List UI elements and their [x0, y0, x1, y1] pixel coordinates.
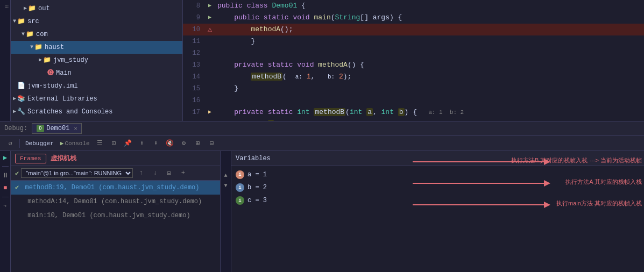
frame-item-0[interactable]: ✔ methodB:19, Demo01 (com.haust.jvm_stud… — [11, 181, 220, 195]
settings-btn[interactable]: ⚙ — [178, 138, 190, 149]
console-icon: ▶ — [60, 140, 64, 147]
chevron-down-icon-haust: ▼ — [30, 42, 33, 53]
tree-item-jvm-study[interactable]: ▶ 📁 jvm_study — [11, 54, 182, 67]
var-item-1: i b = 2 — [231, 181, 644, 194]
chevron-icon-ext: ▶ — [13, 94, 16, 104]
thread-select[interactable]: "main"@1 in gro..."main": RUNNING — [21, 168, 133, 178]
tree-item-out[interactable]: ▶ 📁 out — [11, 2, 182, 15]
debug-content: ▶ ⏸ ■ ↷ Frames 虚拟机栈 ✔ "main"@1 in gro...… — [0, 151, 644, 272]
restore-btn[interactable]: ⊡ — [108, 138, 120, 149]
debug-label: Debug: — [4, 125, 27, 132]
code-line-13: 13 private static void methodA() { — [183, 59, 644, 71]
active-frame-icon: ✔ — [15, 184, 19, 191]
java-class-icon: 🅒 — [47, 68, 54, 78]
thread-down-btn[interactable]: ↓ — [149, 167, 161, 179]
step-over-button[interactable]: ↷ — [1, 202, 10, 210]
variables-panel: Variables i a = 1 i b = 2 i c = 3 — [231, 151, 644, 272]
tree-item-scratches[interactable]: ▶ 🔧 Scratches and Consoles — [11, 105, 182, 118]
code-line-16: 16 — [183, 95, 644, 106]
grid-btn[interactable]: ⊞ — [192, 138, 204, 149]
thread-add-btn[interactable]: + — [177, 167, 189, 179]
code-line-8: 8 ▶ public class Demo01 { — [183, 0, 644, 12]
pause-button[interactable]: ⏸ — [1, 171, 10, 180]
layout-btn[interactable]: ☰ — [94, 138, 106, 149]
code-line-15: 15 } — [183, 83, 644, 95]
chevron-down-icon-com: ▼ — [22, 29, 25, 40]
iml-icon: 📄 — [17, 81, 25, 91]
code-editor: 8 ▶ public class Demo01 { 9 ▶ public sta… — [183, 0, 644, 121]
left-icon-bar: ⠿ — [0, 0, 11, 121]
error-dot-10: ⚠ — [208, 24, 212, 35]
code-line-9: 9 ▶ public static void main(String[] arg… — [183, 12, 644, 24]
run-arrow-8: ▶ — [208, 0, 211, 12]
console-tab-btn[interactable]: ▶ Console — [58, 138, 92, 149]
debug-toolbar: ↺ Debugger ▶ Console ☰ ⊡ 📌 ⬆ ⬇ 🔇 ⚙ ⊞ ⊟ — [0, 136, 644, 151]
collapse-btn[interactable]: ⊟ — [206, 138, 218, 149]
tree-item-ext-libs[interactable]: ▶ 📚 External Libraries — [11, 92, 182, 105]
folder-icon-jvm: 📁 — [43, 55, 51, 66]
run-arrow-9: ▶ — [208, 12, 211, 24]
folder-icon-haust: 📁 — [34, 42, 43, 53]
chevron-icon-jvm: ▶ — [39, 55, 42, 66]
var-icon-c: i — [236, 196, 244, 205]
scroll-up-btn[interactable]: ▲ — [224, 173, 227, 178]
tree-item-main[interactable]: 🅒 Main — [11, 67, 182, 80]
chevron-down-icon: ▼ — [13, 16, 16, 27]
tree-item-iml[interactable]: 📄 jvm-study.iml — [11, 80, 182, 92]
step-over-up[interactable]: ⬆ — [136, 138, 148, 149]
code-line-17: 17 ▶ private static int methodB(int a, i… — [183, 106, 644, 118]
code-content: 8 ▶ public class Demo01 { 9 ▶ public sta… — [183, 0, 644, 121]
var-icon-a: i — [236, 170, 244, 179]
frames-button[interactable]: Frames — [15, 154, 46, 163]
var-icon-b: i — [236, 183, 244, 192]
pin-btn[interactable]: 📌 — [122, 138, 134, 149]
chevron-icon: ▶ — [24, 3, 27, 14]
scroll-down-btn[interactable]: ▼ — [224, 183, 227, 189]
debug-side-icons: ▶ ⏸ ■ ↷ — [0, 151, 11, 272]
thread-up-btn[interactable]: ↑ — [135, 167, 147, 179]
checkmark-icon: ✔ — [15, 169, 19, 177]
thread-selector: ✔ "main"@1 in gro..."main": RUNNING ↑ ↓ … — [11, 166, 220, 181]
code-line-12: 12 — [183, 47, 644, 59]
structure-icon[interactable]: ⠿ — [1, 2, 10, 11]
folder-icon-src: 📁 — [17, 16, 25, 27]
chevron-icon-scratch: ▶ — [13, 106, 16, 117]
close-icon[interactable]: ✕ — [74, 125, 77, 132]
debug-tab-demo01[interactable]: D Demo01 ✕ — [32, 123, 82, 134]
mute-btn[interactable]: 🔇 — [164, 138, 176, 149]
debugger-tab[interactable]: Debugger — [23, 138, 56, 149]
frame-item-1[interactable]: methodA:14, Demo01 (com.haust.jvm_study.… — [11, 195, 220, 209]
demo01-icon: D — [37, 125, 44, 132]
project-sidebar: ▶ 📁 out ▼ 📁 src ▼ 📁 com ▼ — [11, 0, 183, 121]
frames-panel: Frames 虚拟机栈 ✔ "main"@1 in gro..."main": … — [11, 151, 221, 272]
folder-icon: 📁 — [28, 3, 36, 14]
step-over-down[interactable]: ⬇ — [150, 138, 162, 149]
code-line-14: 14 methodB( a: 1, b: 2); — [183, 71, 644, 83]
frames-chinese-label: 虚拟机栈 — [51, 154, 76, 163]
project-tree: ▶ 📁 out ▼ 📁 src ▼ 📁 com ▼ — [11, 0, 182, 121]
resume-button[interactable]: ▶ — [1, 153, 10, 162]
frames-scroll-controls: ▲ ▼ — [221, 151, 231, 272]
folder-icon-com: 📁 — [26, 29, 34, 40]
scratch-icon: 🔧 — [17, 106, 25, 117]
frame-item-2[interactable]: main:10, Demo01 (com.haust.jvm_study.dem… — [11, 209, 220, 223]
code-line-10: 10 ⚠ methodA(); — [183, 24, 644, 35]
var-item-0: i a = 1 — [231, 168, 644, 181]
variables-list: i a = 1 i b = 2 i c = 3 — [231, 166, 644, 272]
frames-list: ✔ methodB:19, Demo01 (com.haust.jvm_stud… — [11, 181, 220, 272]
stop-button[interactable]: ■ — [1, 184, 10, 192]
tree-item-com[interactable]: ▼ 📁 com — [11, 28, 182, 41]
code-line-11: 11 } — [183, 35, 644, 47]
lib-icon: 📚 — [17, 94, 25, 104]
frames-header: Frames 虚拟机栈 — [11, 151, 220, 166]
rerun-button[interactable]: ↺ — [4, 138, 16, 149]
debug-title-bar: Debug: D Demo01 ✕ — [0, 121, 644, 136]
variables-header: Variables — [231, 151, 644, 166]
thread-filter-btn[interactable]: ⊟ — [163, 167, 175, 179]
var-item-2: i c = 3 — [231, 194, 644, 207]
debug-arrow-17: ▶ — [208, 106, 211, 118]
tree-item-src[interactable]: ▼ 📁 src — [11, 15, 182, 28]
tree-item-haust[interactable]: ▼ 📁 haust — [11, 41, 182, 54]
